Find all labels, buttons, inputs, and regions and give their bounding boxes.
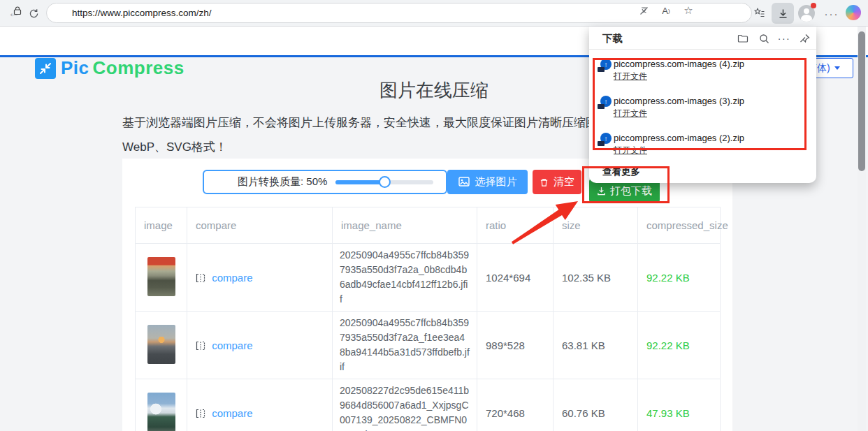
compare-icon (196, 341, 205, 351)
read-aloud-icon[interactable]: A) (660, 4, 672, 17)
results-table: image compare image_name ratio size comp… (135, 207, 721, 431)
image-name: 20250904a4955c7ffcb84b3597935a550d3f7a2a… (333, 244, 477, 312)
copilot-icon[interactable] (846, 5, 861, 20)
annotation-arrow (482, 196, 594, 258)
profile-notification-dot (811, 3, 816, 8)
compressed-size-value: 92.22 KB (638, 244, 721, 312)
table-row: compare 202508227d2c95de615e411b9684d856… (136, 379, 721, 431)
screen: ← https://www.piccompress.com/zh/ A) ☆ ·… (0, 0, 868, 431)
table-header-row: image compare image_name ratio size comp… (136, 207, 721, 244)
compare-link[interactable]: compare (212, 407, 252, 419)
slider-fill (335, 180, 384, 184)
table-row: compare 20250904a4955c7ffcb84b3597935a55… (136, 312, 721, 379)
image-name: 202508227d2c95de615e411b9684d856007a6ad1… (333, 379, 477, 431)
trash-icon (540, 177, 549, 187)
col-compare: compare (187, 207, 333, 244)
page-scrollbar[interactable] (858, 27, 866, 431)
compressed-size-value: 47.93 KB (638, 379, 721, 431)
browser-menu-icon[interactable]: ··· (823, 5, 840, 22)
open-downloads-folder-icon[interactable] (736, 31, 750, 45)
select-images-label: 选择图片 (475, 175, 517, 189)
translate-disabled-icon[interactable] (637, 4, 650, 17)
divider (589, 49, 816, 50)
quality-control-box: 图片转换质量: 50% (203, 170, 447, 194)
logo-text-pic: Pic (61, 57, 89, 79)
compare-icon (196, 273, 205, 283)
annotation-box-pack-button (582, 166, 670, 203)
pin-icon[interactable] (797, 31, 811, 45)
logo-compress-icon (35, 58, 56, 79)
collections-icon[interactable] (753, 7, 765, 22)
logo-text-compress: Compress (93, 57, 185, 79)
chevron-down-icon (834, 66, 840, 70)
quality-slider[interactable] (335, 171, 433, 193)
slider-handle[interactable] (379, 176, 391, 188)
table-row: compare 20250904a4955c7ffcb84b3597935a55… (136, 244, 721, 312)
select-images-button[interactable]: 选择图片 (447, 170, 528, 194)
annotation-box-downloads (593, 58, 806, 150)
thumbnail-image (147, 393, 175, 431)
downloads-toolbar-button[interactable] (772, 3, 794, 24)
thumbnail-image (147, 257, 175, 296)
site-logo[interactable]: Pic Compress (35, 57, 185, 79)
avatar-head (804, 8, 809, 14)
avatar-body (801, 15, 812, 22)
quality-label: 图片转换质量: 50% (238, 175, 327, 189)
browser-toolbar: ← https://www.piccompress.com/zh/ A) ☆ ·… (0, 0, 868, 27)
url-text[interactable]: https://www.piccompress.com/zh/ (72, 8, 212, 18)
favorite-star-icon[interactable]: ☆ (682, 4, 695, 17)
ratio-value: 720*468 (477, 379, 554, 431)
clear-button[interactable]: 清空 (533, 170, 581, 194)
col-compressed-size: compressed_size (638, 207, 721, 244)
refresh-icon[interactable] (25, 5, 42, 22)
col-image: image (136, 207, 187, 244)
image-icon (458, 177, 470, 187)
col-image-name: image_name (333, 207, 477, 244)
compressed-size-value: 92.22 KB (638, 312, 721, 379)
ratio-value: 989*528 (477, 312, 554, 379)
size-value: 63.81 KB (554, 312, 638, 379)
clear-label: 清空 (554, 175, 574, 189)
image-name: 20250904a4955c7ffcb84b3597935a550d3f7a2a… (333, 312, 477, 379)
size-value: 60.76 KB (554, 379, 638, 431)
compare-link[interactable]: compare (212, 272, 252, 284)
search-downloads-icon[interactable] (757, 31, 771, 45)
compare-link[interactable]: compare (212, 339, 252, 351)
compare-icon (196, 409, 205, 418)
lock-icon[interactable] (11, 4, 24, 17)
scrollbar-thumb[interactable] (858, 31, 865, 171)
downloads-more-options-icon[interactable]: ··· (777, 31, 791, 45)
thumbnail-image (147, 325, 175, 364)
downloads-panel-title: 下载 (602, 32, 623, 45)
